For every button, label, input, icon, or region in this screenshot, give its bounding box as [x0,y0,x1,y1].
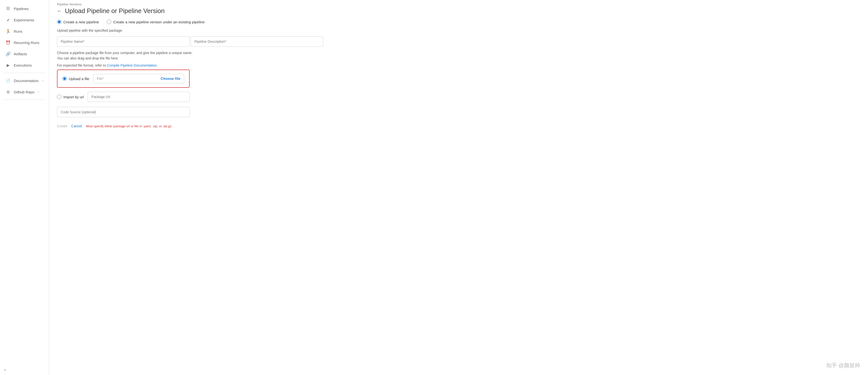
existing-pipeline-radio-option[interactable]: Create a new pipeline version under an e… [107,20,205,24]
pipeline-description-input[interactable] [191,36,323,47]
documentation-icon: 📄 [5,78,11,83]
description-line-1: Choose a pipeline package file from your… [57,50,860,61]
package-url-input[interactable] [88,92,190,102]
sidebar-item-label: Artifacts [14,52,27,56]
choose-file-button[interactable]: Choose file [161,77,181,81]
runs-icon: 🏃 [5,29,11,34]
sidebar-item-recurring-runs[interactable]: ⏰ Recurring Runs [1,37,48,48]
sidebar: ⛓ Pipelines ✔ Experiments 🏃 Runs ⏰ Recur… [0,0,49,375]
pipeline-name-input[interactable] [57,36,190,47]
sidebar-item-artifacts[interactable]: 🔗 Artifacts [1,49,48,59]
sidebar-item-label: Documentation [14,79,38,83]
artifacts-icon: 🔗 [5,51,11,57]
page-header: ← Upload Pipeline or Pipeline Version [57,7,860,15]
sidebar-item-documentation[interactable]: 📄 Documentation ↗ [1,76,48,86]
pipeline-type-radio-group: Create a new pipeline Create a new pipel… [57,20,860,24]
import-url-section: Import by url [57,92,190,102]
code-source-input[interactable] [57,107,190,117]
sidebar-item-label: Github Repo [14,90,34,94]
sidebar-item-runs[interactable]: 🏃 Runs [1,26,48,36]
compile-pipeline-doc-link[interactable]: Compile Pipeline Documentation [107,63,157,67]
breadcrumb: Pipeline Versions [57,0,860,7]
file-input-area: File* Choose file [93,74,184,83]
sidebar-item-label: Executions [14,63,32,67]
sidebar-item-label: Pipelines [14,7,29,11]
sidebar-collapse-button[interactable]: < [0,365,49,375]
upload-file-label: Upload a file [69,77,89,81]
upload-file-radio[interactable] [62,77,67,81]
create-button[interactable]: Create [57,122,67,130]
sidebar-divider-bottom [3,99,46,100]
sidebar-item-github-repo[interactable]: ⚙ Github Repo ↗ [1,87,48,97]
existing-pipeline-label: Create a new pipeline version under an e… [113,20,205,24]
sidebar-item-label: Recurring Runs [14,40,39,45]
sidebar-item-label: Experiments [14,18,34,22]
experiments-icon: ✔ [5,17,11,23]
pipelines-icon: ⛓ [5,6,11,11]
page-title: Upload Pipeline or Pipeline Version [65,7,164,15]
cancel-button[interactable]: Cancel [71,122,82,130]
external-link-icon-2: ↗ [37,91,39,93]
file-placeholder: File* [97,77,104,81]
import-url-radio[interactable] [57,95,61,99]
upload-subtitle: Upload pipeline with the specified packa… [57,29,860,32]
action-row: Create Cancel Must specify either packag… [57,122,860,130]
main-content: Pipeline Versions ← Upload Pipeline or P… [49,0,868,375]
executions-icon: ▶ [5,62,11,68]
upload-file-radio-label[interactable]: Upload a file [62,77,89,81]
recurring-runs-icon: ⏰ [5,40,11,45]
github-icon: ⚙ [5,89,11,95]
sidebar-item-label: Runs [14,29,22,33]
new-pipeline-label: Create a new pipeline [63,20,99,24]
sidebar-item-experiments[interactable]: ✔ Experiments [1,15,48,25]
upload-file-section: Upload a file File* Choose file [57,69,190,88]
import-url-label: Import by url [63,95,84,99]
import-url-radio-label[interactable]: Import by url [57,95,84,99]
description-line-2: For expected file format, refer to Compi… [57,63,860,68]
sidebar-item-executions[interactable]: ▶ Executions [1,60,48,70]
back-button[interactable]: ← [57,8,62,14]
error-message: Must specify either package url or file … [86,124,172,128]
new-pipeline-radio[interactable] [57,20,61,24]
new-pipeline-radio-option[interactable]: Create a new pipeline [57,20,99,24]
existing-pipeline-radio[interactable] [107,20,111,24]
sidebar-item-pipelines[interactable]: ⛓ Pipelines [1,3,48,14]
external-link-icon: ↗ [41,79,43,82]
